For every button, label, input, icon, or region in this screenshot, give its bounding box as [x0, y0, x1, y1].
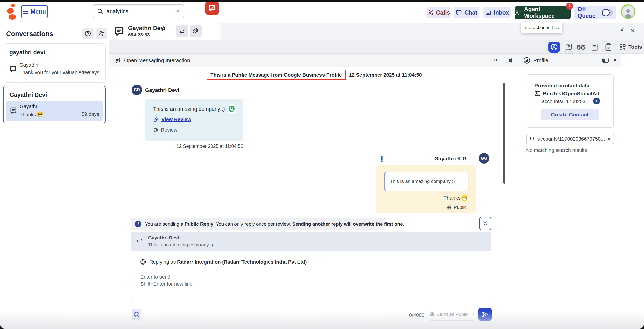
tools-button[interactable]: Tools [628, 44, 642, 50]
grinning-emoji [461, 195, 467, 201]
conversation-item[interactable]: Gayathri Thank you for your valuable fee… [6, 59, 103, 80]
view-review-link[interactable]: View Review [153, 117, 191, 122]
tab-wrapup[interactable]: 66 [575, 42, 587, 53]
message-options-kebab-icon[interactable]: ⋮ [378, 155, 386, 163]
copy-icon[interactable] [161, 25, 167, 32]
reply-context-text: This is an amazing company :) [148, 242, 213, 248]
global-search-input[interactable]: analytics × [93, 4, 184, 18]
profile-panel-title: Profile [533, 57, 548, 63]
public-message-highlight: This is a Public Message from Google Bus… [207, 70, 345, 80]
customer-name: Gayathri Devi [128, 25, 165, 32]
avatar-gg: GG [479, 153, 489, 164]
layout-toggle-icon[interactable] [505, 57, 512, 63]
primary-contact-star-icon[interactable]: ★ [593, 98, 600, 104]
consult-button[interactable] [190, 25, 202, 37]
conversation-name: Gayathri Devi [10, 92, 47, 98]
expand-panel-icon[interactable] [602, 58, 609, 63]
agent-icon [515, 9, 521, 16]
off-queue-label: Off Queue [578, 6, 599, 19]
message-icon [9, 65, 17, 73]
interaction-tab[interactable]: Gayathri Devi 694:23:33 [109, 23, 221, 40]
tab-script[interactable] [589, 42, 600, 53]
end-interaction-button[interactable] [205, 1, 219, 15]
search-icon [530, 136, 535, 142]
message-preview: Thanks [20, 111, 43, 118]
send-mode-dropdown[interactable]: Send as Public [429, 308, 475, 321]
globe-icon [140, 259, 146, 265]
emoji-picker-button[interactable] [132, 309, 141, 321]
script-icon [591, 43, 598, 51]
conversation-card[interactable]: gayathri devi Gayathri Thank you for you… [3, 43, 106, 83]
channel-row: Review [153, 127, 177, 133]
visibility-label: Public [454, 205, 467, 210]
messaging-panel-header: Open Messaging Interaction « [109, 54, 519, 67]
profile-panel-header: Profile × [519, 54, 621, 67]
profile-panel: Profile × Provided contact data BenTestO… [519, 54, 621, 329]
send-button[interactable] [478, 308, 492, 321]
globe-icon [447, 205, 452, 210]
user-avatar[interactable] [621, 4, 635, 19]
compose-area[interactable]: Replying as Radarr Integration (Radarr T… [131, 253, 491, 304]
message-thread: This is a Public Message from Google Bus… [109, 67, 519, 329]
messaging-icon [114, 26, 125, 37]
inbox-button[interactable]: Inbox [483, 7, 511, 18]
message-text: Thanks [443, 195, 467, 201]
queue-toggle[interactable] [602, 9, 613, 16]
conversation-card-selected[interactable]: Gayathri Devi Gayathri Thanks 59 days [3, 86, 106, 123]
add-conversation-button[interactable] [96, 28, 107, 39]
tab-journey[interactable] [563, 42, 575, 53]
collapse-panel-icon[interactable]: « [494, 56, 498, 64]
chat-icon [456, 10, 462, 16]
transfer-button[interactable] [176, 25, 188, 37]
chat-button[interactable]: Chat [454, 7, 479, 18]
phone-slash-icon [428, 10, 434, 16]
agent-workspace-button[interactable]: Agent Workspace [515, 6, 571, 19]
grinning-emoji [37, 111, 43, 117]
sender-name: Gayathri Devi [145, 87, 179, 93]
genesys-logo [7, 4, 16, 20]
agent-workspace-app: Menu analytics × Calls Chat Inbox Agent … [0, 0, 644, 329]
no-results-text: No matching search results [526, 147, 587, 153]
menu-label: Menu [31, 8, 46, 15]
chat-label: Chat [464, 9, 477, 16]
contact-card-icon [534, 91, 540, 97]
clear-contact-search-icon[interactable]: × [607, 136, 611, 142]
tab-tasks[interactable] [602, 42, 614, 53]
person-add-icon [98, 30, 105, 37]
menu-button[interactable]: Menu [21, 5, 48, 18]
contact-search-input[interactable]: accounts/117002036679750... × [526, 134, 614, 144]
create-contact-button[interactable]: Create Contact [541, 109, 599, 120]
close-interaction-icon[interactable]: × [630, 26, 635, 35]
minimize-interaction-icon[interactable] [617, 27, 625, 35]
clear-search-icon[interactable]: × [176, 8, 180, 14]
conversation-item-selected[interactable]: Gayathri Thanks 59 days [6, 101, 103, 121]
compose-divider [136, 269, 486, 269]
view-review-label: View Review [161, 117, 191, 122]
end-chat-icon [208, 4, 216, 12]
transfer-arrows-icon [179, 28, 186, 34]
tab-profile[interactable] [548, 42, 560, 53]
profile-person-icon [551, 44, 558, 51]
conversation-settings-button[interactable] [82, 28, 94, 39]
compose-placeholder-line2: Shift+Enter for new line [140, 281, 192, 287]
message-text: This is an amazing company :) [153, 106, 225, 112]
contact-name-row: BenTestOpenSocialAtt... [534, 91, 604, 97]
hamburger-icon [23, 9, 28, 15]
journey-map-icon [565, 43, 573, 51]
calls-button[interactable]: Calls [427, 7, 450, 18]
panel-drag-handle[interactable] [565, 51, 574, 54]
thread-scrollbar[interactable] [503, 83, 505, 184]
compose-placeholder-line1: Enter to send [140, 274, 170, 280]
collapse-banner-button[interactable] [479, 217, 491, 230]
calls-label: Calls [436, 9, 450, 16]
info-icon: i [135, 221, 141, 227]
tooltip-text: Interaction is Live [523, 25, 560, 30]
tools-grid-icon[interactable] [618, 42, 628, 53]
contact-search-value: accounts/117002036679750... [538, 136, 605, 142]
message-age: 59 days [82, 70, 99, 76]
message-icon [10, 107, 17, 114]
system-timestamp: 12 September 2025 at 11:04:50 [349, 72, 422, 78]
message-timestamp: 12 September 2025 at 11:04:50 [145, 143, 243, 149]
smiley-icon [133, 311, 140, 318]
close-panel-icon[interactable]: × [613, 57, 617, 64]
